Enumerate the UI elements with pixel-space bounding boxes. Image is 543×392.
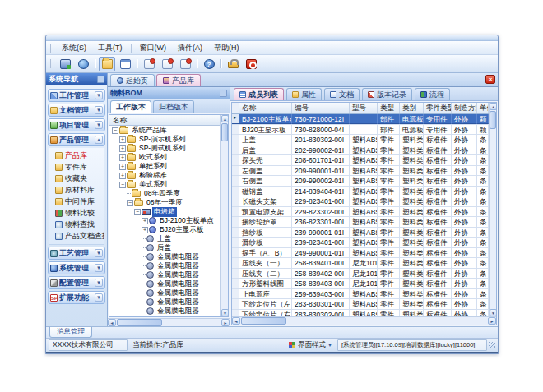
page-button[interactable] [177,57,193,71]
tree-item[interactable]: −08年一季度 [109,198,220,207]
ui-style-button[interactable]: 界面样式 ▼ [286,339,335,351]
detail-tab-文档[interactable]: 文档 [324,88,360,100]
column-header[interactable]: 制造方式 [452,103,477,113]
chevron-down-icon[interactable]: ▼ [95,106,103,114]
expand-plus-icon[interactable]: + [119,154,126,161]
tree-item[interactable]: +SP-测试机系列 [109,144,220,153]
tree-item[interactable]: 金属膜电阻器 [109,261,220,270]
close-icon[interactable]: × [485,75,495,84]
sidebar-item-原材料库[interactable]: 原材料库 [52,184,104,196]
table-row[interactable]: 滑纱板239-823401-00I塑料ABS零件塑料类标准件外协条 [232,238,489,248]
sidebar-item-中间件库[interactable]: 中间件库 [52,196,104,207]
detail-tab-属性[interactable]: 属性 [286,88,322,100]
tree-item[interactable]: 金属膜电阻器 [109,279,220,288]
sidebar-item-物料比较[interactable]: 物料比较 [52,207,104,219]
menu-item[interactable]: 系统(S) [56,41,92,55]
tree-hscroll-thumb[interactable] [117,319,162,326]
expand-plus-icon[interactable]: + [119,136,126,143]
tree-scroll-thumb[interactable] [221,123,228,141]
tree-item[interactable]: −电烤箱 [109,207,220,216]
tree-item[interactable]: +欧式系列 [109,153,220,162]
scroll-right-icon[interactable]: ► [488,317,496,325]
tree-item[interactable]: +检验标准 [109,171,220,180]
tree-item[interactable]: 金属膜电阻器 [109,307,220,316]
column-header[interactable]: 单位 [477,103,489,113]
page-button[interactable] [159,57,175,71]
column-header[interactable]: 编号 [292,103,350,113]
tree-horizontal-scrollbar[interactable]: ◄ ► [108,318,230,326]
chevron-down-icon[interactable]: ▼ [95,91,103,99]
tree-item[interactable]: −系统产品库 [109,126,220,135]
window-button[interactable] [117,57,133,71]
lock-button[interactable] [225,57,241,71]
column-header[interactable]: 型号 [350,103,378,113]
page-button[interactable] [141,57,157,71]
sidebar-group-header[interactable]: 文档管理▼ [48,104,105,117]
menu-item[interactable]: 工具(T) [92,41,128,55]
table-row[interactable]: ►BJ-2100主板单点730-721000-12I部件电源板专用件外协颗 [232,114,489,125]
table-row[interactable]: 压线夹（二）258-839402-00I尼龙1010零件塑料类标准件外协条 [232,269,489,279]
table-hscroll-thumb[interactable] [241,317,286,325]
exit-button[interactable] [243,57,259,71]
sidebar-group-header[interactable]: SP扩展功能▼ [48,291,105,304]
table-row[interactable]: 压线夹（一）258-839401-00I尼龙1010零件塑料类标准件外协条 [232,258,489,269]
globe-button[interactable] [75,57,91,71]
sidebar-menu-icon[interactable] [97,76,104,83]
collapse-minus-icon[interactable]: − [119,182,126,188]
doc-tab-起始页[interactable]: 起始页 [110,74,155,86]
tree-item[interactable]: +BJ20主显示板 [109,225,220,234]
table-row[interactable]: 探头壳208-601701-01I塑料ABS零件塑料类标准件外协条 [232,155,489,166]
version-tab-归档版本[interactable]: 归档版本 [153,100,194,113]
table-row[interactable]: 挡纱板239-990001-01I塑料ABS零件塑料类标准件外协条 [232,228,489,238]
sidebar-group-header[interactable]: 项目管理▼ [48,118,105,131]
sidebar-group-header[interactable]: 工艺管理▼ [48,247,105,260]
table-row[interactable]: BJ20主显示板730-828000-04I部件电源板专用件外协颗 [232,125,489,136]
sidebar-item-收藏夹[interactable]: 收藏夹 [52,173,104,184]
tree-item[interactable]: 后盖 [109,243,220,252]
tree-item[interactable]: 金属膜电阻器 [109,252,220,261]
sidebar-item-物料查找[interactable]: 物料查找 [52,219,104,230]
scroll-up-icon[interactable]: ▲ [490,103,497,110]
tree-item[interactable]: +SP-演示机系列 [109,135,220,144]
menu-item[interactable]: 插件(A) [172,41,208,55]
expand-plus-icon[interactable]: + [119,145,126,152]
tree-vertical-scrollbar[interactable]: ▲ ▼ [220,115,228,316]
table-row[interactable]: 方形塑料线圈258-839403-00I尼龙1010零件塑料类标准件外协条 [232,279,489,289]
table-row[interactable]: 左侧盖209-990001-01I塑料ABS零件塑料类标准件外协条 [232,166,489,177]
version-tab-工作版本[interactable]: 工作版本 [110,100,151,113]
sidebar-group-header[interactable]: 配置管理▼ [48,276,105,289]
resize-grip[interactable] [489,342,495,348]
table-row[interactable]: 下纱定位片（左）283-830301-00I塑料ABS零件塑料类标准件外协条 [232,299,489,310]
sidebar-group-header[interactable]: 产品管理▲ [48,133,105,146]
chevron-down-icon[interactable]: ▼ [95,121,103,129]
sidebar-item-零件库[interactable]: 零件库 [52,161,104,173]
doc-tab-产品库[interactable]: 产品库 [156,74,201,86]
chevron-down-icon[interactable]: ▼ [95,279,103,287]
tree-item[interactable]: 08年四季度 [109,189,220,198]
message-panel-tab[interactable]: 消息管理 [49,327,92,338]
menu-item[interactable]: 窗口(W) [134,41,173,55]
detail-tab-流程[interactable]: 流程 [415,88,450,100]
tree-column-header[interactable]: 名称 [109,115,220,126]
menu-item[interactable]: 帮助(H) [208,41,245,55]
tree-item[interactable]: −美式系列 [109,180,220,189]
tree-item[interactable]: 金属膜电阻器 [109,297,220,307]
computer-button[interactable] [57,57,73,71]
table-row[interactable]: 下纱定位片（右）283-830302-00I塑料ABS零件塑料类标准件外协条 [232,310,489,317]
detail-tab-版本记录[interactable]: 版本记录 [362,88,412,100]
sidebar-group-header[interactable]: 系统管理▼ [48,261,105,274]
folder-tool-button[interactable] [99,57,115,71]
collapse-minus-icon[interactable]: − [134,209,141,215]
table-row[interactable]: 长磁头支架229-823401-00I塑料ABS零件塑料类标准件外协条 [232,196,489,207]
table-row[interactable]: 右侧盖209-990002-01I塑料ABS零件塑料类标准件外协条 [232,176,489,187]
table-row[interactable]: 接纱轮护罩236-823301-00I塑料ABS零件塑料类标准件外协条 [232,217,489,228]
table-row[interactable]: 磁钢盖214-839404-01I塑料ABS零件塑料类标准件外协条 [232,187,489,197]
table-scroll-thumb[interactable] [490,111,496,129]
table-horizontal-scrollbar[interactable]: ◄ ► [232,316,496,325]
sidebar-item-产品文档查找[interactable]: 产品文档查找 [52,230,104,242]
chevron-up-icon[interactable]: ▲ [95,136,103,144]
tree-item[interactable]: 金属膜电阻器 [109,288,220,297]
scroll-left-icon[interactable]: ◄ [108,319,116,326]
chevron-down-icon[interactable]: ▼ [95,264,103,272]
tree-item[interactable]: 独石电容器 [109,316,220,316]
